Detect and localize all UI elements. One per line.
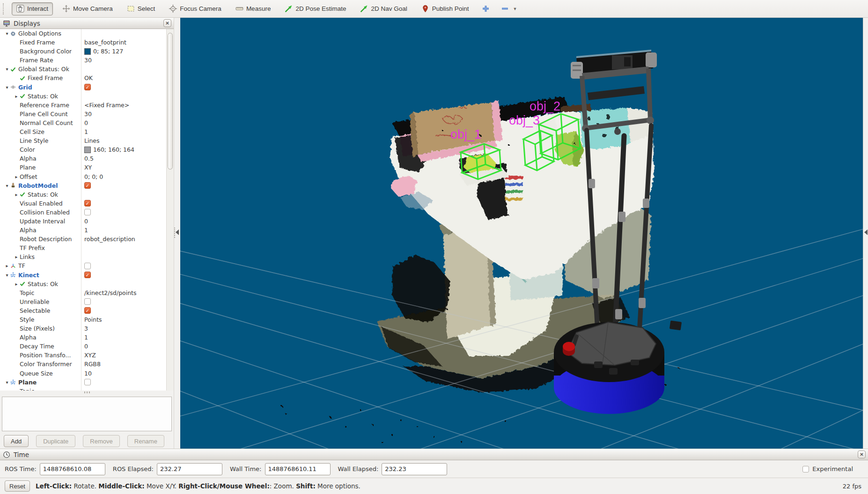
panel-splitter-right[interactable] xyxy=(863,18,868,449)
tree-row-robot-description[interactable]: Robot Descriptionrobot_description xyxy=(0,235,167,243)
collapse-right-arrow-icon[interactable] xyxy=(864,229,868,235)
expander-icon[interactable] xyxy=(13,280,20,288)
tree-row-status-ok[interactable]: Status: Ok xyxy=(0,92,167,101)
tool-2d-pose-estimate[interactable]: 2D Pose Estimate xyxy=(280,2,351,15)
property-value[interactable] xyxy=(81,243,167,252)
property-value[interactable]: 30 xyxy=(81,56,167,65)
property-value[interactable]: XYZ xyxy=(81,351,167,360)
tree-row-fixed-frame[interactable]: Fixed FrameOK xyxy=(0,74,167,82)
tree-row-queue-size[interactable]: Queue Size10 xyxy=(0,369,167,378)
duplicate-button[interactable]: Duplicate xyxy=(36,435,75,447)
tree-row-unreliable[interactable]: Unreliable xyxy=(0,297,167,306)
property-value[interactable]: 1 xyxy=(81,333,167,342)
tree-row-normal-cell-count[interactable]: Normal Cell Count0 xyxy=(0,118,167,127)
wall-elapsed-input[interactable] xyxy=(382,463,447,475)
tree-row-plane-cell-count[interactable]: Plane Cell Count30 xyxy=(0,110,167,118)
tree-row-kinect[interactable]: Kinect xyxy=(0,271,167,280)
toolbar-drag-handle[interactable] xyxy=(3,3,7,15)
scrollbar-thumb[interactable] xyxy=(168,33,173,170)
property-value[interactable]: 160; 160; 164 xyxy=(81,145,167,154)
tree-row-decay-time[interactable]: Decay Time0 xyxy=(0,342,167,351)
property-value[interactable]: XY xyxy=(81,163,167,172)
expander-icon[interactable] xyxy=(4,378,10,387)
checkbox-unchecked[interactable] xyxy=(84,298,91,305)
property-value[interactable] xyxy=(81,199,167,208)
expander-icon[interactable] xyxy=(4,181,10,190)
tree-row-update-interval[interactable]: Update Interval0 xyxy=(0,217,167,226)
tree-row-topic[interactable]: Topic/kinect2/sd/points xyxy=(0,288,167,297)
property-value[interactable]: /kinect2/sd/points xyxy=(81,288,167,297)
tree-row-visual-enabled[interactable]: Visual Enabled xyxy=(0,199,167,208)
tool-interact[interactable]: Interact xyxy=(12,2,53,15)
property-value[interactable] xyxy=(81,83,167,92)
property-value[interactable]: OK xyxy=(81,74,167,82)
experimental-checkbox[interactable]: Experimental xyxy=(802,465,853,472)
property-value[interactable]: 0 xyxy=(81,217,167,226)
tool-publish-point[interactable]: Publish Point xyxy=(417,2,474,15)
tree-row-color[interactable]: Color160; 160; 164 xyxy=(0,145,167,154)
property-value[interactable]: 1 xyxy=(81,226,167,235)
checkbox-checked[interactable] xyxy=(84,272,91,278)
checkbox-unchecked[interactable] xyxy=(84,209,91,215)
property-value[interactable] xyxy=(81,65,167,74)
tree-row-reference-frame[interactable]: Reference Frame<Fixed Frame> xyxy=(0,101,167,110)
tree-splitter-handle[interactable] xyxy=(0,391,174,394)
tool-2d-nav-goal[interactable]: 2D Nav Goal xyxy=(355,2,412,15)
expander-icon[interactable] xyxy=(4,83,10,92)
collapse-left-arrow-icon[interactable] xyxy=(176,229,179,235)
property-value[interactable]: Lines xyxy=(81,136,167,145)
tree-row-grid[interactable]: Grid xyxy=(0,83,167,92)
property-value[interactable] xyxy=(81,252,167,261)
displays-panel-header[interactable]: Displays ✕ xyxy=(0,18,174,29)
expander-icon[interactable] xyxy=(4,29,10,38)
tree-row-alpha[interactable]: Alpha0.5 xyxy=(0,154,167,163)
property-value[interactable] xyxy=(81,208,167,217)
3d-viewport[interactable]: obj_1obj_3obj_2 xyxy=(180,18,863,449)
tree-row-plane[interactable]: PlaneXY xyxy=(0,163,167,172)
tree-row-tf-prefix[interactable]: TF Prefix xyxy=(0,243,167,252)
tree-row-links[interactable]: Links xyxy=(0,252,167,261)
property-value[interactable] xyxy=(81,297,167,306)
property-value[interactable]: 1 xyxy=(81,127,167,136)
property-value[interactable]: 3 xyxy=(81,324,167,333)
tree-row-tf[interactable]: TF xyxy=(0,261,167,270)
property-value[interactable]: <Fixed Frame> xyxy=(81,101,167,110)
experimental-checkbox-box[interactable] xyxy=(802,466,809,472)
expander-icon[interactable] xyxy=(4,271,10,280)
expander-icon[interactable] xyxy=(13,172,20,181)
tree-row-color-transformer[interactable]: Color TransformerRGB8 xyxy=(0,360,167,369)
tree-row-robotmodel[interactable]: RobotModel xyxy=(0,181,167,190)
tree-row-size-pixels[interactable]: Size (Pixels)3 xyxy=(0,324,167,333)
property-value[interactable] xyxy=(81,387,167,391)
tree-row-background-color[interactable]: Background Color0; 85; 127 xyxy=(0,47,167,56)
property-value[interactable]: 30 xyxy=(81,110,167,118)
panel-splitter-left[interactable] xyxy=(174,18,180,449)
wall-time-input[interactable] xyxy=(265,463,331,475)
property-value[interactable]: 0.5 xyxy=(81,154,167,163)
remove-tool-button[interactable]: ▼ xyxy=(499,2,519,15)
property-value[interactable] xyxy=(81,29,167,38)
tree-row-plane[interactable]: Plane xyxy=(0,378,167,387)
tree-row-line-style[interactable]: Line StyleLines xyxy=(0,136,167,145)
property-value[interactable]: base_footprint xyxy=(81,38,167,47)
time-close-button[interactable]: ✕ xyxy=(858,450,866,458)
property-value[interactable]: 0 xyxy=(81,118,167,127)
property-value[interactable]: 0; 85; 127 xyxy=(81,47,167,56)
ros-elapsed-input[interactable] xyxy=(157,463,222,475)
property-value[interactable]: 10 xyxy=(81,369,167,378)
tree-row-global-options[interactable]: Global Options xyxy=(0,29,167,38)
tree-row-status-ok[interactable]: Status: Ok xyxy=(0,280,167,288)
checkbox-checked[interactable] xyxy=(84,307,91,314)
ros-time-input[interactable] xyxy=(40,463,105,475)
expander-icon[interactable] xyxy=(4,261,10,270)
property-value[interactable]: 0; 0; 0 xyxy=(81,172,167,181)
tree-row-fixed-frame[interactable]: Fixed Framebase_footprint xyxy=(0,38,167,47)
expander-icon[interactable] xyxy=(13,92,20,101)
property-value[interactable]: 0 xyxy=(81,342,167,351)
property-value[interactable]: Points xyxy=(81,315,167,324)
displays-close-button[interactable]: ✕ xyxy=(163,19,171,27)
remove-button[interactable]: Remove xyxy=(83,435,119,447)
tree-row-alpha[interactable]: Alpha1 xyxy=(0,333,167,342)
add-button[interactable]: Add xyxy=(4,435,29,447)
tool-measure[interactable]: Measure xyxy=(231,2,276,15)
